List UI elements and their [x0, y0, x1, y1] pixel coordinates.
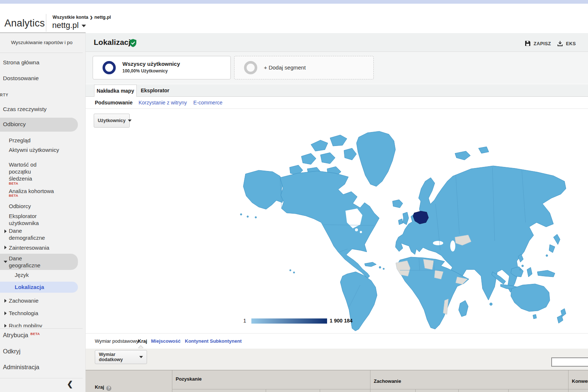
expand-arrow-icon[interactable]	[4, 246, 7, 249]
dimension-city-link[interactable]: Miejscowość	[151, 338, 180, 344]
breadcrumb-account[interactable]: Wszystkie konta	[53, 15, 88, 20]
table-search-input[interactable]	[551, 357, 588, 367]
shield-check-icon	[129, 39, 137, 47]
segment-all-users-card[interactable]: Wszyscy użytkownicy 100,00% Użytkownicy	[93, 56, 231, 79]
dimension-country-active[interactable]: Kraj	[138, 338, 147, 344]
subcolumn-divider	[508, 389, 509, 392]
search-input[interactable]: Wyszukiwanie raportów i po	[11, 40, 72, 45]
beta-badge: BETA	[9, 182, 18, 185]
collapse-arrow-icon[interactable]	[4, 261, 7, 263]
column-group-conversions: Konwers	[572, 378, 588, 384]
chevron-down-icon	[139, 356, 143, 358]
sidebar-item-home[interactable]: Strona główna	[3, 59, 39, 66]
export-button[interactable]: EKS	[557, 40, 576, 46]
segment-subtitle: 100,00% Użytkownicy	[122, 68, 168, 74]
report-header-band	[86, 33, 588, 51]
map-legend-min: 1	[243, 318, 246, 324]
divider	[0, 328, 83, 329]
column-group-behavior: Zachowanie	[374, 378, 401, 384]
subcolumn-divider	[415, 389, 416, 392]
tab-map-overlay[interactable]: Nakładka mapy	[94, 85, 137, 97]
expand-arrow-icon[interactable]	[4, 299, 7, 303]
secondary-dimension-dropdown[interactable]: Wymiar dodatkowy	[95, 350, 147, 364]
secondary-dimension-band	[86, 349, 588, 370]
sidebar-item-active-users[interactable]: Aktywni użytkownicy	[9, 146, 64, 153]
sidebar: Wyszukiwanie raportów i po Strona główna…	[0, 33, 86, 392]
sidebar-item-customization[interactable]: Dostosowanie	[3, 75, 39, 82]
sidebar-collapse-button[interactable]: ❮	[67, 379, 73, 388]
sidebar-item-audience[interactable]: Odbiorcy	[0, 118, 78, 132]
metric-selector-dropdown[interactable]: Użytkownicy	[94, 114, 130, 128]
subtab-site-usage[interactable]: Korzystanie z witryny	[139, 100, 187, 106]
sidebar-item-realtime[interactable]: Czas rzeczywisty	[3, 106, 47, 113]
beta-badge: BETA	[31, 332, 40, 336]
property-selector[interactable]: nettg.pl	[52, 21, 86, 30]
map-continents	[240, 131, 566, 331]
sidebar-item-discover[interactable]: Odkryj	[3, 348, 21, 355]
map-legend-gradient	[251, 318, 327, 324]
chevron-right-icon: ❯	[90, 15, 93, 19]
world-map[interactable]	[235, 131, 573, 331]
segment-ring-icon	[103, 61, 116, 74]
sidebar-section-reports: RTY	[0, 93, 8, 97]
sidebar-item-mobile-clipped[interactable]: Ruch mobilny	[0, 322, 78, 327]
sidebar-item-geo[interactable]: Dane geograficzne	[0, 254, 78, 270]
subcolumn-divider	[320, 389, 320, 392]
chevron-down-icon	[128, 120, 132, 122]
page-title: Lokalizacja	[94, 38, 135, 47]
breadcrumb[interactable]: Wszystkie konta❯nettg.pl	[53, 15, 111, 20]
subcolumn-divider	[458, 389, 459, 392]
download-icon	[557, 40, 563, 46]
save-button[interactable]: ZAPISZ	[525, 40, 551, 46]
divider	[0, 53, 83, 53]
browser-top-strip	[0, 0, 588, 4]
column-header-country[interactable]: Kraj?	[95, 384, 111, 391]
header-divider	[46, 14, 46, 32]
analytics-app: Analytics Wszystkie konta❯nettg.pl nettg…	[0, 0, 588, 392]
expand-arrow-icon	[4, 324, 7, 327]
sidebar-item-overview[interactable]: Przegląd	[9, 137, 64, 144]
subtab-summary[interactable]: Podsumowanie	[95, 100, 133, 106]
primary-dimension-label: Wymiar podstawowy:	[95, 338, 140, 344]
map-legend-max: 1 900 184	[330, 318, 352, 324]
sidebar-item-behavior[interactable]: Zachowanie	[9, 297, 64, 304]
data-table-header: Kraj? Pozyskanie Zachowanie Konwers	[86, 370, 588, 392]
column-group-acquisition: Pozyskanie	[176, 376, 202, 382]
header-row-divider	[172, 389, 588, 389]
subtab-ecommerce[interactable]: E-commerce	[193, 100, 222, 106]
help-icon[interactable]: ?	[106, 386, 111, 391]
dimension-subcontinent-link[interactable]: Subkontynent	[210, 338, 242, 344]
sidebar-item-location-active[interactable]: Lokalizacja	[0, 282, 78, 293]
save-floppy-icon	[525, 40, 531, 46]
sidebar-item-admin[interactable]: Administracja	[3, 364, 39, 371]
expand-arrow-icon[interactable]	[4, 311, 7, 315]
add-segment-ring-icon	[244, 61, 257, 74]
sidebar-item-audiences[interactable]: Odbiorcy	[9, 203, 64, 210]
subcolumn-divider	[266, 389, 266, 392]
sidebar-item-lifetime-value[interactable]: Wartość od początku śledzenia	[9, 161, 51, 182]
divider	[0, 378, 83, 378]
sidebar-item-technology[interactable]: Technologia	[9, 310, 64, 317]
sidebar-item-user-explorer[interactable]: Eksplorator użytkownika	[9, 213, 53, 227]
breadcrumb-property[interactable]: nettg.pl	[94, 15, 111, 20]
sidebar-item-demographics[interactable]: Dane demograficzne	[9, 227, 53, 241]
dimension-continent-link[interactable]: Kontynent	[185, 338, 208, 344]
sidebar-item-interests[interactable]: Zainteresowania	[9, 244, 58, 251]
analytics-logo[interactable]: Analytics	[4, 18, 45, 29]
beta-badge: BETA	[9, 194, 18, 197]
sidebar-item-attribution[interactable]: AtrybucjaBETA	[3, 332, 40, 339]
sidebar-item-language[interactable]: Język	[15, 271, 70, 278]
app-header: Analytics Wszystkie konta❯nettg.pl nettg…	[0, 4, 588, 33]
add-segment-card[interactable]: + Dodaj segment	[234, 56, 374, 79]
chevron-down-icon	[82, 25, 86, 27]
expand-arrow-icon[interactable]	[4, 229, 7, 233]
tab-explorer[interactable]: Eksplorator	[141, 88, 169, 93]
